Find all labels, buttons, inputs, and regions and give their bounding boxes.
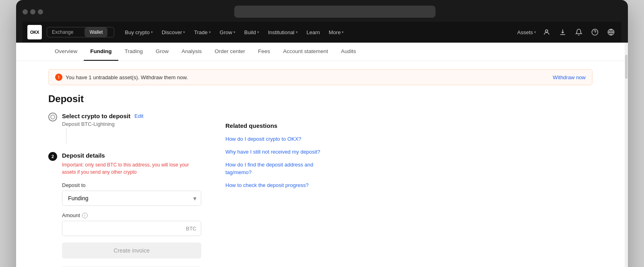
subnav-audits[interactable]: Audits bbox=[334, 43, 363, 61]
user-icon[interactable] bbox=[541, 27, 552, 38]
chevron-down-icon: ▾ bbox=[342, 30, 344, 34]
nav-more[interactable]: More ▾ bbox=[325, 27, 348, 38]
step-2-warning: Important: only send BTC to this address… bbox=[62, 161, 201, 176]
main-content: ! You have 1 untradable asset(s). Withdr… bbox=[16, 61, 625, 267]
withdraw-now-link[interactable]: Withdraw now bbox=[553, 74, 586, 80]
close-light[interactable] bbox=[23, 9, 28, 14]
steps-left: Select crypto to deposit Edit Deposit BT… bbox=[48, 113, 201, 267]
wallet-button[interactable]: Wallet bbox=[85, 27, 107, 37]
steps-container: Select crypto to deposit Edit Deposit BT… bbox=[48, 113, 592, 267]
related-question-4[interactable]: How to check the deposit progress? bbox=[225, 182, 330, 189]
chevron-down-icon: ▾ bbox=[257, 30, 259, 34]
step-2-content: Deposit details Important: only send BTC… bbox=[62, 152, 201, 267]
scrollbar[interactable] bbox=[625, 43, 628, 267]
alert-left: ! You have 1 untradable asset(s). Withdr… bbox=[55, 74, 188, 81]
chevron-down-icon: ▾ bbox=[233, 30, 235, 34]
amount-label: Amount i bbox=[62, 212, 201, 218]
create-invoice-button[interactable]: Create invoice bbox=[62, 242, 201, 259]
edit-link[interactable]: Edit bbox=[134, 113, 143, 119]
chevron-down-icon: ▾ bbox=[296, 30, 298, 34]
related-section: Related questions How do I deposit crypt… bbox=[217, 113, 330, 267]
address-bar[interactable] bbox=[234, 6, 436, 18]
step-1: Select crypto to deposit Edit Deposit BT… bbox=[48, 113, 201, 144]
svg-point-0 bbox=[545, 30, 548, 32]
nav-learn[interactable]: Learn bbox=[303, 27, 324, 38]
nav-buy-crypto[interactable]: Buy crypto ▾ bbox=[121, 27, 157, 38]
exchange-wallet-toggle: Exchange Wallet bbox=[47, 27, 114, 37]
step-1-content: Select crypto to deposit Edit Deposit BT… bbox=[62, 113, 201, 144]
step-1-indicator bbox=[48, 113, 57, 121]
nav-right: Assets ▾ bbox=[517, 27, 617, 38]
help-icon[interactable] bbox=[589, 27, 601, 38]
step-1-subtitle: Deposit BTC-Lightning bbox=[62, 121, 201, 127]
minimize-light[interactable] bbox=[30, 9, 35, 14]
nav-discover[interactable]: Discover ▾ bbox=[158, 27, 190, 38]
alert-bar: ! You have 1 untradable asset(s). Withdr… bbox=[48, 69, 592, 85]
chevron-down-icon: ▾ bbox=[534, 30, 536, 34]
amount-input[interactable] bbox=[62, 221, 201, 236]
globe-icon[interactable] bbox=[605, 27, 617, 38]
nav-bar: OKX Exchange Wallet Buy crypto ▾ Discove… bbox=[23, 22, 621, 43]
subnav-order-center[interactable]: Order center bbox=[208, 43, 252, 61]
sub-nav: Overview Funding Trading Grow Analysis O… bbox=[16, 43, 625, 61]
related-question-3[interactable]: How do I find the deposit address and ta… bbox=[225, 161, 330, 176]
download-icon[interactable] bbox=[557, 27, 568, 38]
chevron-down-icon: ▾ bbox=[151, 30, 153, 34]
info-icon[interactable]: i bbox=[82, 213, 88, 218]
nav-institutional[interactable]: Institutional ▾ bbox=[264, 27, 302, 38]
chevron-down-icon: ▾ bbox=[183, 30, 185, 34]
related-question-2[interactable]: Why have I still not received my deposit… bbox=[225, 148, 330, 156]
step-2-title: Deposit details bbox=[62, 152, 201, 159]
assets-button[interactable]: Assets ▾ bbox=[517, 29, 536, 35]
exchange-button[interactable]: Exchange bbox=[47, 27, 78, 37]
related-question-1[interactable]: How do I deposit crypto to OKX? bbox=[225, 136, 330, 143]
subnav-account-statement[interactable]: Account statement bbox=[277, 43, 334, 61]
step-connector bbox=[66, 128, 66, 144]
subnav-funding[interactable]: Funding bbox=[84, 43, 118, 61]
subnav-fees[interactable]: Fees bbox=[252, 43, 277, 61]
subnav-overview[interactable]: Overview bbox=[48, 43, 84, 61]
nav-trade[interactable]: Trade ▾ bbox=[190, 27, 215, 38]
amount-input-wrapper: BTC bbox=[62, 221, 201, 236]
step-1-title: Select crypto to deposit Edit bbox=[62, 113, 201, 119]
logo-text: OKX bbox=[30, 30, 39, 35]
maximize-light[interactable] bbox=[38, 9, 43, 14]
subnav-trading[interactable]: Trading bbox=[118, 43, 149, 61]
deposit-to-select-wrapper: Funding ▾ bbox=[62, 191, 201, 206]
nav-build[interactable]: Build ▾ bbox=[240, 27, 263, 38]
related-title: Related questions bbox=[225, 122, 330, 129]
deposit-title: Deposit bbox=[48, 93, 592, 105]
subnav-grow[interactable]: Grow bbox=[149, 43, 175, 61]
amount-currency: BTC bbox=[186, 226, 196, 232]
subnav-analysis[interactable]: Analysis bbox=[175, 43, 208, 61]
svg-point-3 bbox=[51, 115, 55, 119]
deposit-to-label: Deposit to bbox=[62, 182, 201, 188]
deposit-to-select[interactable]: Funding bbox=[62, 191, 201, 206]
nav-items: Buy crypto ▾ Discover ▾ Trade ▾ Grow ▾ B… bbox=[121, 27, 517, 38]
step-2-indicator: 2 bbox=[48, 152, 57, 161]
alert-icon: ! bbox=[55, 74, 62, 81]
chevron-down-icon: ▾ bbox=[209, 30, 211, 34]
logo[interactable]: OKX bbox=[27, 25, 42, 39]
step-2: 2 Deposit details Important: only send B… bbox=[48, 152, 201, 267]
nav-grow[interactable]: Grow ▾ bbox=[216, 27, 239, 38]
scrollbar-thumb[interactable] bbox=[625, 55, 627, 79]
bell-icon[interactable] bbox=[573, 27, 584, 38]
alert-message: You have 1 untradable asset(s). Withdraw… bbox=[66, 74, 188, 80]
traffic-lights bbox=[23, 9, 43, 14]
